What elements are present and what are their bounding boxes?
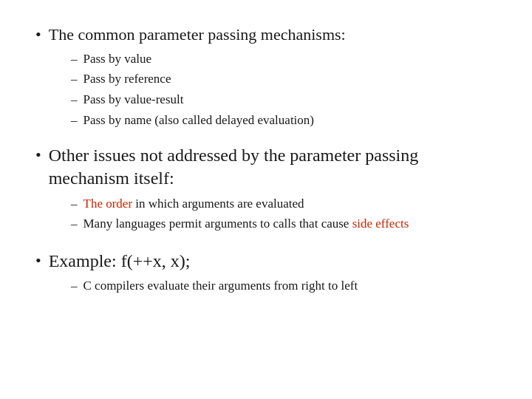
bullet-main-3: • Example: f(++x, x); [35,250,497,273]
dash-icon: – [71,277,78,296]
section-example: • Example: f(++x, x); – C compilers eval… [35,250,497,300]
dash-icon: – [71,112,78,130]
sub-bullets-3: – C compilers evaluate their arguments f… [35,277,497,296]
list-item: – Many languages permit arguments to cal… [71,215,497,233]
sub-text-side-effects: Many languages permit arguments to calls… [83,215,409,233]
list-item: – C compilers evaluate their arguments f… [71,277,497,296]
dash-icon: – [71,195,78,214]
main-text-1: The common parameter passing mechanisms: [49,24,346,46]
bullet-main-1: • The common parameter passing mechanism… [35,24,497,46]
list-item: – Pass by reference [71,70,497,89]
highlight-side-effects: side effects [352,216,409,231]
sub-text-c-compilers: C compilers evaluate their arguments fro… [83,277,358,296]
bullet-dot-1: • [35,24,41,46]
dash-icon: – [71,50,78,69]
dash-icon: – [71,215,78,233]
list-item: – The order in which arguments are evalu… [71,195,497,214]
dash-icon: – [71,70,78,89]
sub-text-pass-value-result: Pass by value-result [83,91,184,109]
slide: • The common parameter passing mechanism… [0,0,532,399]
list-item: – Pass by value-result [71,91,497,109]
sub-text-order: The order in which arguments are evaluat… [83,195,304,214]
bullet-dot-3: • [35,250,41,272]
bullet-dot-2: • [35,145,41,166]
sub-bullets-2: – The order in which arguments are evalu… [35,195,497,233]
sub-bullets-1: – Pass by value – Pass by reference – Pa… [35,50,497,130]
bullet-main-2: • Other issues not addressed by the para… [35,144,497,190]
section-other-issues: • Other issues not addressed by the para… [35,144,497,238]
sub-text-pass-name: Pass by name (also called delayed evalua… [83,112,315,130]
highlight-the-order: The order [83,197,133,211]
dash-icon: – [71,91,78,109]
main-text-2: Other issues not addressed by the parame… [49,144,497,190]
sub-text-pass-value: Pass by value [83,50,152,69]
sub-text-pass-reference: Pass by reference [83,70,171,89]
section-common-mechanisms: • The common parameter passing mechanism… [35,24,497,134]
list-item: – Pass by name (also called delayed eval… [71,112,497,130]
list-item: – Pass by value [71,50,497,69]
main-text-3: Example: f(++x, x); [49,250,191,273]
